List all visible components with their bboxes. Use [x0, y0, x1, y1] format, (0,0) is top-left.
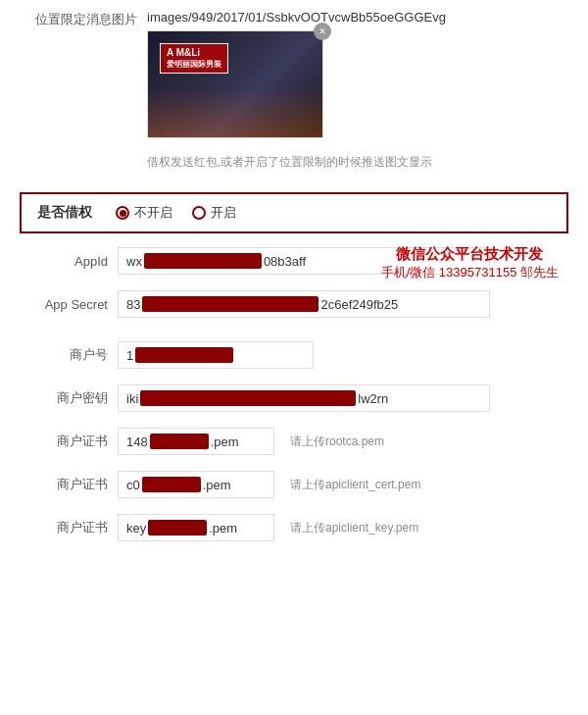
cert3-prefix: key: [126, 521, 146, 536]
merchant-no-field[interactable]: 1: [118, 341, 314, 369]
store-lights: [148, 88, 322, 137]
appsecret-redacted: [142, 296, 318, 312]
appsecret-row: App Secret 83 2c6ef249fb25: [20, 288, 568, 320]
appsecret-prefix-text: 83: [126, 297, 140, 312]
appsecret-label: App Secret: [20, 297, 118, 312]
merchant-key-value: iki lw2rn: [118, 384, 568, 412]
radio-circle-on: [192, 206, 206, 220]
appsecret-field[interactable]: 83 2c6ef249fb25: [118, 290, 490, 318]
appid-prefix-text: wx: [126, 254, 142, 269]
appid-label: AppId: [20, 254, 118, 269]
cert2-field[interactable]: c0 .pem: [118, 471, 274, 498]
thumbnail-inner: A M&Li 爱明丽国际男装: [148, 31, 322, 137]
thumbnail-close-button[interactable]: ×: [314, 23, 331, 40]
cert1-label: 商户证书: [20, 433, 118, 450]
borrow-section: 是否借权 不开启 开启: [20, 192, 568, 233]
merchant-no-value: 1: [118, 341, 568, 369]
image-hint-text: 借权发送红包,或者开启了位置限制的时候推送图文显示: [20, 154, 568, 171]
appid-field[interactable]: wx 08b3aff: [118, 247, 490, 275]
image-section-label: 位置限定消息图片: [20, 10, 147, 29]
cert2-prefix: c0: [126, 478, 140, 492]
merchant-key-label: 商户密钥: [20, 389, 118, 407]
cert3-row: 商户证书 key .pem 请上传apiclient_key.pem: [20, 512, 568, 543]
merchant-no-prefix: 1: [126, 348, 133, 363]
thumbnail-wrapper: A M&Li 爱明丽国际男装 ×: [147, 30, 323, 138]
merchant-key-redacted: [140, 390, 356, 406]
radio-option-on[interactable]: 开启: [192, 204, 236, 222]
cert2-hint: 请上传apiclient_cert.pem: [290, 477, 420, 493]
appid-suffix-text: 08b3aff: [264, 254, 306, 269]
thumbnail-sign-text: A M&Li: [167, 47, 200, 58]
merchant-key-suffix: lw2rn: [358, 391, 388, 406]
cert1-value: 148 .pem 请上传rootca.pem: [118, 428, 568, 455]
cert3-hint: 请上传apiclient_key.pem: [290, 520, 418, 536]
radio-group: 不开启 开启: [116, 204, 236, 222]
cert2-label: 商户证书: [20, 476, 118, 493]
appsecret-value: 83 2c6ef249fb25: [118, 290, 568, 318]
image-content-col: images/949/2017/01/SsbkvOOTvcwBb55oeGGGE…: [147, 10, 568, 140]
cert1-hint: 请上传rootca.pem: [290, 434, 384, 450]
image-section: 位置限定消息图片 images/949/2017/01/SsbkvOOTvcwB…: [0, 0, 588, 180]
merchant-key-prefix: iki: [126, 391, 138, 406]
cert3-label: 商户证书: [20, 519, 118, 536]
cert1-row: 商户证书 148 .pem 请上传rootca.pem: [20, 426, 568, 457]
page-container: 微信公众平台技术开发 手机/微信 13395731155 邹先生 位置限定消息图…: [0, 0, 588, 543]
cert3-field[interactable]: key .pem: [118, 514, 274, 541]
cert3-redacted: [148, 520, 207, 536]
cert3-suffix: .pem: [209, 521, 237, 536]
image-url-text: images/949/2017/01/SsbkvOOTvcwBb55oeGGGE…: [147, 10, 568, 25]
merchant-key-field[interactable]: iki lw2rn: [118, 384, 490, 412]
form-section: AppId wx 08b3aff App Secret 83 2c6ef249f…: [0, 245, 588, 543]
cert2-redacted: [142, 477, 201, 492]
merchant-no-redacted: [135, 347, 233, 363]
radio-circle-off: [116, 206, 129, 220]
cert2-row: 商户证书 c0 .pem 请上传apiclient_cert.pem: [20, 469, 568, 500]
thumbnail-sign: A M&Li 爱明丽国际男装: [160, 43, 228, 74]
appid-value: wx 08b3aff: [118, 247, 568, 275]
radio-option-off[interactable]: 不开启: [116, 204, 172, 222]
appid-row: AppId wx 08b3aff: [20, 245, 568, 277]
borrow-label: 是否借权: [37, 204, 92, 222]
radio-label-off: 不开启: [134, 204, 172, 222]
merchant-no-row: 商户号 1: [20, 339, 568, 371]
appsecret-suffix-text: 2c6ef249fb25: [320, 297, 398, 312]
image-url-row: 位置限定消息图片 images/949/2017/01/SsbkvOOTvcwB…: [20, 10, 568, 140]
cert3-value: key .pem 请上传apiclient_key.pem: [118, 514, 568, 541]
appid-redacted: [144, 253, 262, 269]
cert2-value: c0 .pem 请上传apiclient_cert.pem: [118, 471, 568, 498]
merchant-no-label: 商户号: [20, 346, 118, 364]
radio-label-on: 开启: [211, 204, 236, 222]
merchant-key-row: 商户密钥 iki lw2rn: [20, 383, 568, 414]
cert2-suffix: .pem: [203, 478, 231, 492]
cert1-field[interactable]: 148 .pem: [118, 428, 274, 455]
thumbnail-sign-subtext: 爱明丽国际男装: [167, 60, 221, 69]
cert1-prefix: 148: [126, 434, 148, 449]
cert1-redacted: [150, 434, 209, 449]
cert1-suffix: .pem: [211, 434, 239, 449]
thumbnail-image: A M&Li 爱明丽国际男装: [147, 30, 323, 138]
